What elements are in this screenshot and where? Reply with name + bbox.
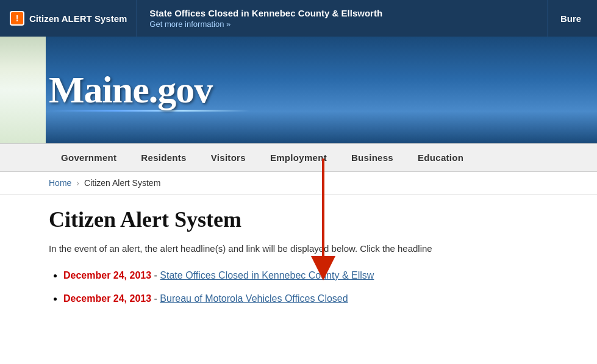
nav-item-employment[interactable]: Employment	[258, 144, 339, 171]
main-content: Citizen Alert System In the event of an …	[0, 194, 597, 327]
alert-1-link[interactable]: Get more information »	[149, 20, 535, 29]
alert-2-partial-text: Bure	[560, 13, 585, 24]
page-title: Citizen Alert System	[49, 207, 548, 232]
nav-item-government[interactable]: Government	[49, 144, 129, 171]
nav-bar: Government Residents Visitors Employment…	[0, 143, 597, 172]
site-logo[interactable]: Maine.gov	[49, 68, 212, 112]
warning-icon: !	[10, 11, 24, 26]
alert-list-item-2: December 24, 2013 - Bureau of Motorola V…	[63, 291, 548, 306]
alert-brand-label: Citizen ALERT System	[29, 13, 127, 24]
breadcrumb-current: Citizen Alert System	[84, 178, 160, 188]
nav-list: Government Residents Visitors Employment…	[0, 144, 597, 171]
nav-item-residents[interactable]: Residents	[129, 144, 198, 171]
breadcrumb-separator: ›	[76, 178, 79, 188]
alert-1-date: December 24, 2013	[63, 270, 151, 280]
breadcrumb-home-link[interactable]: Home	[49, 178, 71, 188]
breadcrumb: Home › Citizen Alert System	[0, 172, 597, 194]
nav-item-visitors[interactable]: Visitors	[199, 144, 258, 171]
alert-list: December 24, 2013 - State Offices Closed…	[49, 268, 548, 306]
nav-item-education[interactable]: Education	[406, 144, 476, 171]
alert-bar: ! Citizen ALERT System State Offices Clo…	[0, 0, 597, 37]
alert-2-separator: -	[154, 293, 160, 304]
alert-2-date: December 24, 2013	[63, 293, 151, 304]
alert-item-1: State Offices Closed in Kennebec County …	[137, 0, 548, 37]
alert-item-2-partial: Bure	[548, 0, 597, 37]
alert-2-list-link[interactable]: Bureau of Motorola Vehicles Offices Clos…	[160, 293, 348, 304]
alert-1-separator: -	[154, 270, 160, 280]
alert-list-item-1: December 24, 2013 - State Offices Closed…	[63, 268, 548, 283]
alert-1-title: State Offices Closed in Kennebec County …	[149, 8, 535, 18]
nav-item-business[interactable]: Business	[339, 144, 406, 171]
page-description: In the event of an alert, the alert head…	[49, 242, 548, 256]
alert-brand: ! Citizen ALERT System	[0, 0, 137, 37]
alert-1-list-link[interactable]: State Offices Closed in Kennebec County …	[160, 270, 374, 280]
site-header: Maine.gov	[0, 37, 597, 143]
